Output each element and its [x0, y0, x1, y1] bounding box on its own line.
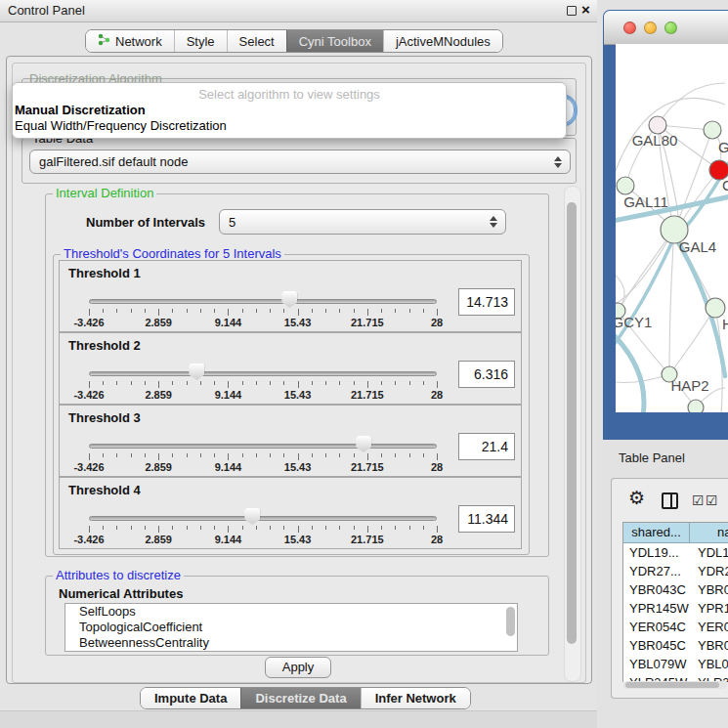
slider-thumb[interactable] [244, 508, 260, 525]
table-row[interactable]: YPR145WYPR1 [623, 599, 728, 618]
network-edge[interactable] [618, 230, 674, 311]
network-node-GAL11[interactable] [617, 177, 634, 194]
scale-label: 2.859 [145, 317, 172, 328]
scale-label: 28 [431, 534, 443, 545]
traffic-light-close[interactable] [623, 21, 636, 34]
network-window-titlebar[interactable] [604, 11, 728, 45]
table-row[interactable]: YBR045CYBR0 [623, 636, 728, 655]
table-row[interactable]: YBR043CYBR0 [623, 580, 728, 599]
table-cell[interactable]: YDL19... [623, 543, 690, 562]
close-icon[interactable]: × [581, 1, 590, 18]
scale-label: 15.43 [284, 534, 312, 545]
attributes-group-label: Attributes to discretize [53, 569, 184, 581]
threshold-name: Threshold 4 [68, 483, 141, 497]
table-cell[interactable]: YDR27... [623, 562, 690, 580]
network-node-G-partial[interactable] [704, 121, 721, 139]
traffic-light-minimize[interactable] [644, 21, 657, 34]
table-hscrollbar[interactable] [623, 681, 727, 689]
threshold-value-field[interactable]: 11.344 [458, 505, 515, 533]
column-header[interactable]: na [690, 523, 728, 542]
table-cell[interactable]: YER0 [690, 618, 728, 636]
network-node-H-partial[interactable] [706, 298, 725, 318]
network-edge[interactable] [669, 230, 674, 374]
table-row[interactable]: YDL19...YDL1 [623, 543, 728, 562]
attribute-list-item[interactable]: BetweennessCentrality [65, 635, 517, 651]
table-cell[interactable]: YER054C [623, 618, 690, 636]
tab-network[interactable]: Network [86, 30, 174, 52]
threshold-panel: Threshold 1-3.4262.8599.14415.4321.71528… [59, 260, 522, 332]
number-of-intervals-combobox[interactable]: 5 [219, 209, 506, 235]
apply-button[interactable]: Apply [265, 657, 331, 678]
table-data-combobox[interactable]: galFiltered.sif default node [29, 150, 571, 174]
scale-label: 28 [431, 389, 443, 401]
table-row[interactable]: YDR27...YDR2 [623, 562, 728, 580]
table-row[interactable]: YBL079WYBL0 [623, 655, 728, 673]
slider-thumb[interactable] [356, 436, 371, 452]
table-cell[interactable]: YBL0 [690, 655, 728, 673]
table-cell[interactable]: YBR043C [623, 580, 690, 599]
window-title: Control Panel [8, 3, 85, 18]
tab-cyni-toolbox[interactable]: Cyni Toolbox [286, 30, 383, 52]
float-window-icon[interactable] [567, 6, 577, 16]
tab-select[interactable]: Select [227, 30, 286, 52]
network-node-label: H [722, 316, 728, 332]
threshold-value-field[interactable]: 14.713 [458, 288, 515, 316]
slider-track[interactable] [89, 444, 437, 449]
combo-stepper-icon [554, 156, 562, 168]
table-cell[interactable]: YBL079W [623, 655, 690, 673]
numerical-attributes-list[interactable]: SelfLoopsTopologicalCoefficientBetweenne… [64, 603, 518, 652]
scale-label: 9.144 [215, 534, 242, 545]
bottom-tab-label: Discretize Data [255, 691, 346, 706]
screen: Control Panel × NetworkStyleSelectCyni T… [0, 0, 728, 728]
network-node-label: HAP2 [670, 377, 708, 394]
attribute-list-item[interactable]: TopologicalCoefficient [65, 620, 517, 635]
table-row[interactable]: YER054CYER0 [623, 618, 728, 636]
threshold-value-field[interactable]: 21.4 [458, 433, 515, 460]
threshold-name: Threshold 3 [68, 410, 141, 425]
control-panel-titlebar[interactable]: Control Panel × [0, 0, 597, 22]
table-cell[interactable]: YPR145W [623, 599, 690, 618]
bottom-tab-discretize-data[interactable]: Discretize Data [240, 688, 360, 708]
attribute-list-item[interactable]: SelfLoops [65, 604, 517, 620]
table-cell[interactable]: YBR0 [690, 580, 728, 599]
panel-scrollbar-thumb[interactable] [567, 202, 577, 644]
slider-thumb[interactable] [189, 364, 204, 380]
list-scrollbar[interactable] [506, 607, 515, 636]
bottom-tab-impute-data[interactable]: Impute Data [141, 688, 240, 708]
table-cell[interactable]: YDL1 [690, 543, 728, 562]
table-cell[interactable]: YDR2 [690, 562, 728, 580]
scale-label: 21.715 [351, 317, 384, 328]
network-edge[interactable] [669, 308, 715, 374]
slider-thumb[interactable] [281, 291, 297, 308]
table-hscrollbar-thumb[interactable] [625, 682, 719, 688]
slider-track[interactable] [89, 516, 437, 521]
tab-jactivemnodules[interactable]: jActiveMNodules [383, 30, 502, 52]
bottom-tab-infer-network[interactable]: Infer Network [361, 688, 470, 708]
table-cell[interactable]: YBR045C [623, 636, 690, 655]
checkbox-icon[interactable]: ☑ [706, 493, 718, 507]
checkbox-icon[interactable]: ☑ [692, 493, 705, 507]
algorithm-option[interactable]: Equal Width/Frequency Discretization [15, 118, 227, 133]
traffic-light-zoom[interactable] [664, 21, 677, 34]
threshold-value-field[interactable]: 6.316 [458, 361, 515, 388]
settings-gear-icon[interactable]: ⚙ [628, 489, 645, 508]
table-cell[interactable]: YPR1 [690, 599, 728, 618]
network-node-label: GAL4 [679, 238, 716, 255]
split-columns-icon[interactable] [662, 492, 678, 509]
top-tab-bar: NetworkStyleSelectCyni ToolboxjActiveMNo… [85, 29, 503, 53]
network-node-bottom-partial[interactable] [688, 400, 704, 412]
number-of-intervals-value: 5 [229, 215, 236, 230]
network-canvas[interactable]: GAL80G.CGAL11GAL4GCY1HHAP2 [616, 44, 728, 412]
slider-track[interactable] [89, 371, 437, 376]
table-cell[interactable]: YBR0 [690, 636, 728, 655]
column-header[interactable]: shared... [623, 523, 690, 542]
combo-stepper-icon [490, 216, 497, 228]
tab-style[interactable]: Style [174, 30, 227, 52]
algorithm-option[interactable]: Manual Discretization [15, 103, 146, 117]
scale-label: 9.144 [215, 389, 242, 401]
slider-scale-labels: -3.4262.8599.14415.4321.71528 [89, 317, 437, 328]
network-edge[interactable] [676, 130, 712, 226]
network-edge-highlighted[interactable] [616, 329, 644, 412]
scale-label: -3.426 [73, 317, 104, 328]
slider-track[interactable] [89, 299, 437, 304]
